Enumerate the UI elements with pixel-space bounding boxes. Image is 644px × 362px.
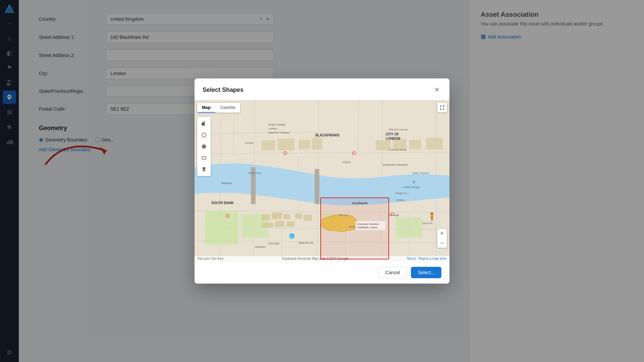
map-tab-map[interactable]: Map — [197, 103, 215, 113]
svg-text:London: London — [396, 198, 405, 201]
svg-rect-40 — [299, 140, 310, 149]
svg-text:🧍: 🧍 — [427, 212, 437, 221]
svg-rect-42 — [376, 140, 391, 150]
svg-text:London Bridge: London Bridge — [402, 186, 420, 189]
svg-text:SOUTH BANK: SOUTH BANK — [211, 201, 234, 205]
svg-rect-33 — [262, 223, 273, 228]
tool-polygon[interactable] — [199, 141, 209, 152]
tool-hand[interactable] — [199, 118, 209, 129]
svg-text:CITY OF: CITY OF — [386, 132, 399, 136]
svg-text:The Cut: The Cut — [339, 214, 348, 217]
svg-text:SOUTH...: SOUTH... — [423, 222, 434, 225]
attribution-center: Keyboard shortcuts Map data ©2024 Google — [282, 257, 348, 260]
map-background: A3211 CITY OF LONDON BLACKFRIARS SOUTH B… — [195, 100, 449, 261]
select-shapes-modal: Select Shapes ✕ — [195, 78, 449, 284]
svg-point-80 — [353, 152, 355, 154]
svg-rect-35 — [287, 222, 294, 227]
modal-header: Select Shapes ✕ — [195, 78, 449, 100]
svg-rect-34 — [275, 221, 284, 227]
select-button[interactable]: Select... — [411, 267, 441, 278]
zoom-out-button[interactable]: − — [437, 238, 447, 248]
svg-text:LONDON: LONDON — [386, 137, 400, 140]
svg-text:River Fleet: River Fleet — [248, 172, 261, 175]
zoom-in-button[interactable]: + — [437, 229, 447, 238]
svg-text:Waterloo: Waterloo — [255, 245, 266, 248]
svg-rect-26 — [205, 211, 238, 244]
svg-point-84 — [391, 213, 393, 215]
svg-point-89 — [202, 133, 206, 137]
svg-text:A3211: A3211 — [342, 161, 351, 164]
svg-rect-45 — [426, 138, 443, 149]
svg-text:River Thames: River Thames — [413, 172, 429, 175]
tool-delete[interactable] — [199, 164, 209, 175]
svg-rect-74 — [356, 221, 386, 230]
svg-text:Temple: Temple — [245, 141, 254, 144]
svg-text:Waterloo: Waterloo — [221, 182, 232, 185]
svg-rect-30 — [262, 214, 270, 220]
tool-circle[interactable] — [199, 130, 209, 140]
svg-text:Hoo East: Hoo East — [268, 242, 280, 245]
svg-point-82 — [226, 215, 228, 217]
svg-text:Immersive Gamebox: Immersive Gamebox — [357, 223, 379, 225]
svg-rect-36 — [295, 214, 302, 219]
svg-text:✝: ✝ — [412, 180, 416, 185]
svg-text:P: P — [290, 235, 292, 238]
svg-rect-29 — [396, 218, 423, 238]
map-zoom-controls: + − — [437, 229, 447, 248]
svg-text:Waterloo Rd: Waterloo Rd — [299, 241, 313, 244]
svg-rect-38 — [262, 140, 275, 150]
modal-footer: Cancel Select... — [195, 261, 449, 284]
svg-text:Southwark: Southwark — [352, 201, 368, 205]
svg-text:BLACKFRIARS: BLACKFRIARS — [315, 133, 340, 137]
attribution-left: ©te.com ©on Eye — [197, 257, 224, 260]
svg-rect-47 — [315, 169, 319, 204]
svg-rect-37 — [304, 215, 312, 221]
svg-text:London: London — [268, 127, 277, 130]
map-tools — [197, 117, 211, 176]
modal-title: Select Shapes — [203, 86, 244, 94]
svg-rect-44 — [409, 140, 421, 149]
svg-rect-31 — [272, 213, 282, 219]
map-container[interactable]: A3211 CITY OF LONDON BLACKFRIARS SOUTH B… — [195, 100, 449, 261]
modal-overlay[interactable]: Select Shapes ✕ — [0, 0, 644, 362]
attribution-terms-link[interactable]: Terms — [407, 257, 416, 260]
attribution-report-link[interactable]: Report a map error — [419, 257, 447, 260]
svg-text:Mansion House: Mansion House — [389, 128, 408, 131]
modal-close-button[interactable]: ✕ — [432, 85, 441, 95]
svg-rect-41 — [312, 138, 322, 149]
cancel-button[interactable]: Cancel — [378, 267, 407, 278]
svg-text:Southwark Cathedral: Southwark Cathedral — [382, 163, 408, 166]
svg-text:King's College: King's College — [268, 123, 285, 126]
map-fullscreen-button[interactable] — [437, 103, 447, 112]
map-tabs: Map Satellite — [197, 103, 240, 113]
svg-text:Cannon Street: Cannon Street — [389, 148, 407, 151]
svg-text:Waterloo Campus: Waterloo Campus — [268, 131, 290, 134]
tool-rectangle[interactable] — [199, 153, 209, 163]
svg-rect-32 — [283, 214, 290, 219]
svg-text:King's Co...: King's Co... — [396, 192, 410, 195]
svg-text:Borough: Borough — [389, 214, 399, 217]
svg-text:Southbank, London: Southbank, London — [357, 226, 378, 229]
map-tab-satellite[interactable]: Satellite — [215, 103, 240, 113]
svg-rect-39 — [278, 139, 294, 150]
map-attribution: ©te.com ©on Eye Keyboard shortcuts Map d… — [195, 256, 449, 261]
svg-rect-90 — [202, 157, 206, 159]
svg-point-78 — [284, 152, 286, 154]
